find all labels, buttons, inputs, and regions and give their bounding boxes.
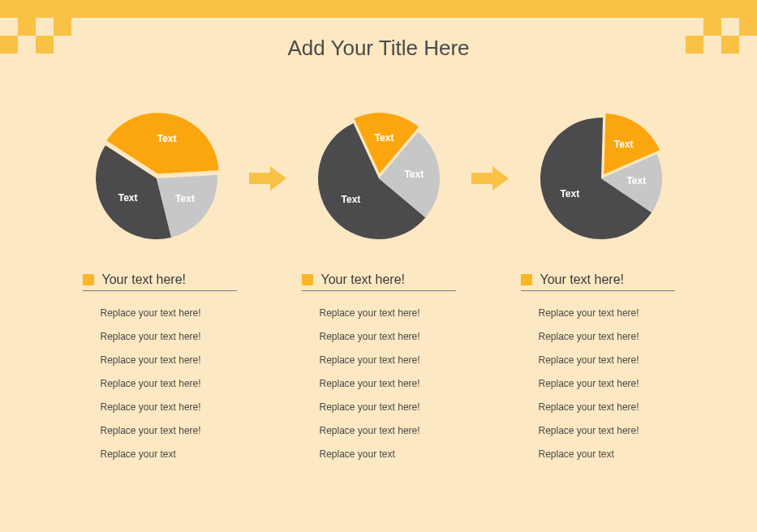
bullet-square-icon [521,274,532,285]
list-item: Replace your text here! [539,331,652,343]
bullet-square-icon [83,274,94,285]
pie-slice-label: Text [626,175,646,187]
list-item: Replace your text here! [320,425,433,437]
list-item: Replace your text here! [539,354,652,367]
page-title: Add Your Title Here [0,36,757,61]
list-item: Replace your text here! [101,425,214,437]
list-item: Replace your text here! [539,401,652,414]
column-title: Your text here! [540,272,624,287]
list-item: Replace your text here! [539,425,652,437]
bullet-square-icon [302,274,313,285]
list-item: Replace your text here! [320,331,433,343]
list-item: Replace your text here! [320,307,433,320]
list-item: Replace your text here! [101,307,214,320]
list-item: Replace your text [101,448,214,461]
top-accent-bar [0,0,757,18]
pie-chart-3: TextTextText [531,109,671,248]
pie-slice-label: Text [374,132,394,144]
list-item: Replace your text [320,448,433,461]
pie-slice-label: Text [341,194,360,205]
columns-container: Your text here!Replace your text here!Re… [0,272,757,461]
pies-row: TextTextTextTextTextTextTextTextText [0,109,757,248]
pie-slice-label: Text [175,193,195,204]
column-items: Replace your text here!Replace your text… [521,307,675,461]
arrow-right-icon [471,166,509,191]
column-2: Your text here!Replace your text here!Re… [302,272,456,461]
pie-chart-2: TextTextText [309,109,449,248]
column-items: Replace your text here!Replace your text… [83,307,237,461]
pie-slice-label: Text [157,133,176,144]
list-item: Replace your text here! [101,331,214,343]
list-item: Replace your text here! [539,307,652,320]
column-title: Your text here! [102,272,186,287]
pie-slice-label: Text [118,192,137,204]
pie-slice-label: Text [613,139,633,150]
column-header: Your text here! [302,272,456,291]
list-item: Replace your text here! [320,378,433,390]
list-item: Replace your text [539,448,652,461]
list-item: Replace your text here! [539,378,652,390]
pie-slice-label: Text [404,169,424,180]
arrow-right-icon [249,166,286,191]
list-item: Replace your text here! [101,378,214,390]
list-item: Replace your text here! [101,354,214,367]
column-items: Replace your text here!Replace your text… [302,307,456,461]
column-header: Your text here! [521,272,675,291]
list-item: Replace your text here! [320,354,433,367]
column-1: Your text here!Replace your text here!Re… [83,272,237,461]
list-item: Replace your text here! [101,401,214,414]
column-header: Your text here! [83,272,237,291]
list-item: Replace your text here! [320,401,433,414]
pie-slice-label: Text [560,188,579,200]
column-title: Your text here! [321,272,405,287]
pie-chart-1: TextTextText [87,109,226,248]
column-3: Your text here!Replace your text here!Re… [521,272,675,461]
